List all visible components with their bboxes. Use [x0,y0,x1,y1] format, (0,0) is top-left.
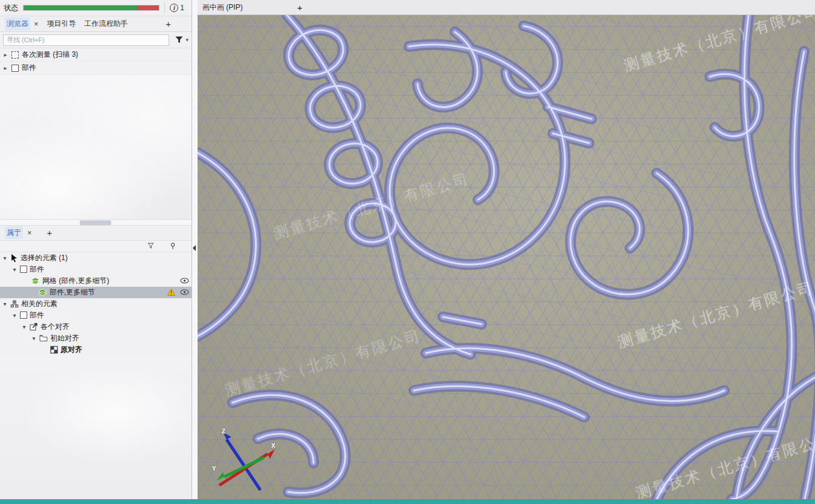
row-initial-alignment[interactable]: ▾ 初始对齐 [0,333,192,344]
status-progress-bar [23,5,159,11]
chevron-down-icon[interactable]: ▾ [31,335,37,342]
row-label: 部件,更多细节 [50,287,95,298]
chevron-down-icon[interactable]: ▾ [2,301,8,307]
alignment-result-icon [50,346,58,354]
tab-browser[interactable]: 浏览器 [5,18,30,30]
cursor-icon [10,254,18,263]
tab-belongs[interactable]: 属于 [5,226,23,239]
row-mesh[interactable]: 网格 (部件,更多细节) [0,275,192,287]
status-bar: 状态 i 1 [0,0,192,16]
chevron-down-icon[interactable]: ▾ [11,312,18,319]
chevron-right-icon[interactable]: ▸ [2,51,8,58]
panel-splitter[interactable] [192,0,198,499]
close-icon[interactable]: × [27,228,32,237]
row-original-alignment[interactable]: 原对齐 [0,344,192,356]
tab-project-guide[interactable]: 项目引导 [47,19,76,29]
related-elements-icon [10,300,19,308]
belongs-tree: ▾ 选择的元素 (1) ▾ 部件 网格 (部件,更多细节) [0,252,192,356]
row-label: 各个对齐 [40,322,69,332]
pin-icon[interactable] [170,243,176,250]
eye-icon[interactable] [180,289,189,295]
row-label: 初始对齐 [50,333,79,343]
close-icon[interactable]: × [34,19,39,28]
part-icon [20,311,27,319]
row-part[interactable]: ▾ 部件 [0,264,192,275]
info-icon: i [170,4,178,12]
progress-red-segment [137,5,159,10]
belongs-tab-bar: 属于 × + [0,226,192,241]
horizontal-scrollbar[interactable] [0,219,192,226]
axis-x-label: X [271,442,275,449]
mesh-render [198,15,815,499]
add-tab-button[interactable]: + [47,228,53,238]
row-related-elements[interactable]: ▾ 相关的元素 [0,298,192,310]
search-input[interactable] [3,34,169,46]
row-alignments[interactable]: ▾ 各个对齐 [0,321,192,333]
part-icon [11,65,19,72]
folder-icon [39,334,48,342]
row-part-2[interactable]: ▾ 部件 [0,310,192,321]
filter-icon[interactable] [147,243,154,249]
axis-z-label: Z [222,428,225,435]
row-label: 相关的元素 [21,299,57,309]
browser-tree: ▸ 各次测量 (扫描 3) ▸ 部件 [0,48,192,75]
mesh-icon [31,276,40,285]
chevron-down-icon[interactable]: ▾ [2,255,8,261]
application-window: 状态 i 1 浏览器 × 项目引导 工作流程助手 + ▾ [0,0,815,504]
row-label: 网格 (部件,更多细节) [42,276,109,286]
tab-workflow-assistant[interactable]: 工作流程助手 [85,19,128,29]
tree-label: 各次测量 (扫描 3) [22,49,78,60]
chevron-down-icon[interactable]: ▾ [21,324,27,330]
measurement-series-icon [11,51,19,59]
viewport-tab-bar: 画中画 (PIP) + [198,0,815,15]
belongs-toolbar [0,241,192,252]
coordinate-axes: Z X Y [208,426,281,496]
tab-pip[interactable]: 画中画 (PIP) [202,2,243,13]
chevron-down-icon[interactable]: ▾ [11,266,18,273]
viewport-3d[interactable]: 测量技术（北京）有限公司 测量技术（北京）有限公司 测量技术（北京）有限公司 测… [198,15,815,499]
row-mesh-selected[interactable]: 部件,更多细节 [0,287,192,298]
divider [164,2,165,13]
alignment-icon [30,323,38,331]
row-selected-elements[interactable]: ▾ 选择的元素 (1) [0,252,192,264]
row-label: 选择的元素 (1) [21,253,68,263]
axis-y-label: Y [212,465,216,472]
browser-empty-area [0,75,192,219]
chevron-right-icon[interactable]: ▸ [2,65,8,71]
left-panel: 状态 i 1 浏览器 × 项目引导 工作流程助手 + ▾ [0,0,192,499]
tree-label: 部件 [22,63,36,73]
collapse-panel-icon[interactable] [193,245,196,251]
filter-icon[interactable] [175,36,183,43]
mesh-icon [38,288,47,296]
filter-caret-icon[interactable]: ▾ [185,37,188,43]
row-label: 部件 [30,310,44,321]
scrollbar-thumb[interactable] [80,220,111,225]
eye-icon[interactable] [180,278,189,284]
info-count: 1 [180,4,184,12]
search-row: ▾ [0,32,192,48]
belongs-empty-area [0,356,192,500]
row-label: 部件 [30,264,44,275]
add-tab-button[interactable]: + [166,19,187,29]
progress-green-segment [24,5,137,10]
main-view: 画中画 (PIP) + [198,0,815,499]
part-icon [20,266,27,273]
tree-row-measurements[interactable]: ▸ 各次测量 (扫描 3) [0,48,192,62]
row-label: 原对齐 [60,345,82,355]
warning-icon [167,289,175,296]
bottom-accent-strip [0,499,815,504]
info-badge[interactable]: i 1 [170,4,184,12]
tree-row-part[interactable]: ▸ 部件 [0,62,192,75]
browser-tab-bar: 浏览器 × 项目引导 工作流程助手 + [0,16,192,32]
status-label: 状态 [4,3,18,13]
add-viewport-tab-button[interactable]: + [297,2,303,13]
